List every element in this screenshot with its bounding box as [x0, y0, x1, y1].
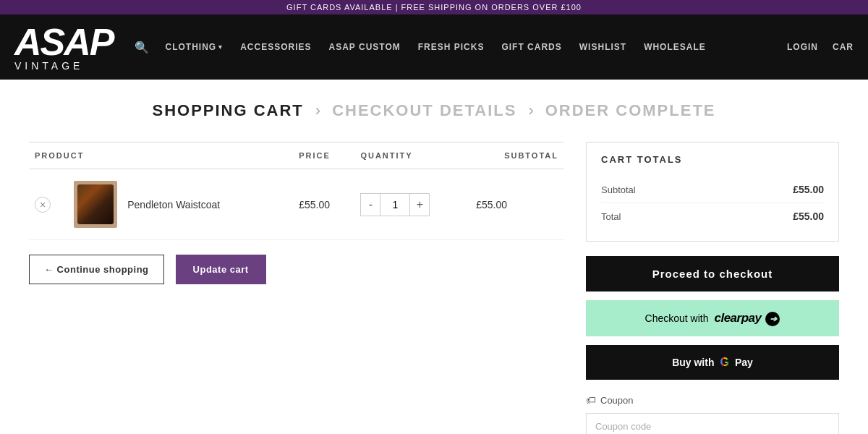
google-g-icon: G: [720, 356, 728, 369]
cart-section: PRODUCT PRICE QUANTITY SUBTOTAL: [29, 142, 564, 434]
nav-item-wishlist[interactable]: WISHLIST: [572, 36, 634, 58]
table-row: × Pendleton Waistcoat £55.00: [29, 169, 564, 240]
remove-cell: ×: [29, 169, 68, 240]
nav-item-accessories[interactable]: ACCESSORIES: [233, 36, 318, 58]
col-header-quantity: QUANTITY: [354, 142, 470, 169]
clearpay-logo: clearpay ➔: [714, 310, 780, 326]
gpay-pay-text: Pay: [735, 357, 753, 368]
proceed-to-checkout-button[interactable]: Proceed to checkout: [586, 256, 839, 292]
breadcrumb-step1: SHOPPING CART: [152, 101, 303, 120]
subtotal-value: £55.00: [793, 184, 824, 195]
price-cell: £55.00: [293, 169, 354, 240]
total-row: Total £55.00: [601, 203, 824, 229]
product-image: [74, 181, 117, 228]
nav-item-gift-cards[interactable]: GIFT CARDS: [494, 36, 569, 58]
total-label: Total: [601, 211, 621, 222]
nav-item-asap-custom[interactable]: ASAP CUSTOM: [322, 36, 408, 58]
clearpay-pre-text: Checkout with: [645, 312, 709, 324]
subtotal-row: Subtotal £55.00: [601, 176, 824, 203]
logo[interactable]: ASAP VINTAGE: [14, 23, 113, 71]
gpay-pre-text: Buy with: [672, 357, 714, 368]
clearpay-button[interactable]: Checkout with clearpay ➔: [586, 300, 839, 336]
breadcrumb-step3: ORDER COMPLETE: [545, 101, 716, 120]
coupon-section: 🏷 Coupon: [586, 394, 839, 434]
nav-item-wholesale[interactable]: WHOLESALE: [637, 36, 713, 58]
cart-actions: ← Continue shopping Update cart: [29, 255, 564, 284]
product-name: Pendleton Waistcoat: [127, 199, 220, 210]
col-header-product: PRODUCT: [29, 142, 293, 169]
coupon-input[interactable]: [586, 413, 839, 434]
breadcrumb: SHOPPING CART › CHECKOUT DETAILS › ORDER…: [0, 80, 868, 135]
cart-button[interactable]: CAR: [833, 42, 854, 52]
nav-item-clothing[interactable]: CLOTHING ▾: [158, 36, 230, 58]
quantity-decrease-button[interactable]: -: [360, 193, 380, 216]
coupon-label: 🏷 Coupon: [586, 394, 839, 406]
header-right: LOGIN CAR: [787, 42, 854, 52]
breadcrumb-step2: CHECKOUT DETAILS: [332, 101, 516, 120]
totals-section: CART TOTALS Subtotal £55.00 Total £55.00…: [586, 142, 839, 434]
total-value: £55.00: [793, 210, 824, 222]
continue-shopping-button[interactable]: ← Continue shopping: [29, 255, 164, 284]
logo-vintage: VINTAGE: [14, 61, 113, 71]
subtotal-label: Subtotal: [601, 184, 636, 195]
subtotal-cell: £55.00: [470, 169, 564, 240]
breadcrumb-sep2: ›: [528, 101, 533, 120]
cart-totals-title: CART TOTALS: [601, 154, 824, 165]
col-header-price: PRICE: [293, 142, 354, 169]
chevron-down-icon: ▾: [218, 43, 223, 51]
main-nav: 🔍 CLOTHING ▾ ACCESSORIES ASAP CUSTOM FRE…: [135, 36, 787, 58]
banner-text: GIFT CARDS AVAILABLE | FREE SHIPPING ON …: [286, 3, 582, 12]
main-content: PRODUCT PRICE QUANTITY SUBTOTAL: [0, 135, 868, 434]
breadcrumb-sep1: ›: [315, 101, 320, 120]
tag-icon: 🏷: [586, 394, 596, 406]
quantity-input[interactable]: [380, 193, 409, 216]
cart-table: PRODUCT PRICE QUANTITY SUBTOTAL: [29, 142, 564, 240]
col-header-subtotal: SUBTOTAL: [470, 142, 564, 169]
gpay-button[interactable]: Buy with G Pay: [586, 345, 839, 380]
top-banner: GIFT CARDS AVAILABLE | FREE SHIPPING ON …: [0, 0, 868, 14]
update-cart-button[interactable]: Update cart: [176, 255, 266, 284]
quantity-cell: - +: [354, 169, 470, 240]
cart-totals-box: CART TOTALS Subtotal £55.00 Total £55.00: [586, 142, 839, 242]
login-button[interactable]: LOGIN: [787, 42, 818, 52]
product-cell: Pendleton Waistcoat: [68, 169, 293, 240]
nav-item-fresh-picks[interactable]: FRESH PICKS: [411, 36, 492, 58]
logo-asap: ASAP: [14, 23, 113, 61]
remove-item-button[interactable]: ×: [35, 197, 51, 213]
search-icon[interactable]: 🔍: [135, 41, 149, 54]
quantity-increase-button[interactable]: +: [409, 193, 430, 216]
header: ASAP VINTAGE 🔍 CLOTHING ▾ ACCESSORIES AS…: [0, 14, 868, 80]
